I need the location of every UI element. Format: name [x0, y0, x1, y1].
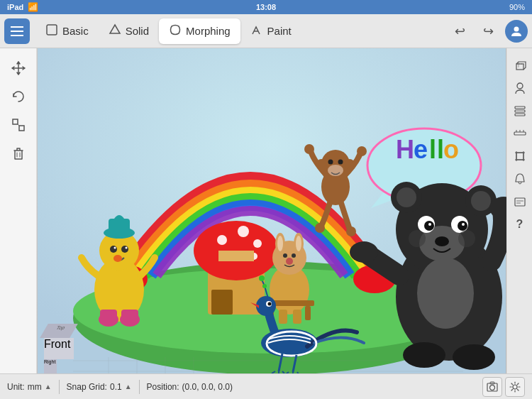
snap-value: 0.1	[110, 382, 122, 392]
svg-point-93	[256, 296, 276, 316]
user-avatar[interactable]	[505, 20, 528, 43]
svg-rect-116	[516, 200, 523, 202]
rotate-tool[interactable]	[6, 84, 31, 109]
cube-right-face: Right	[44, 359, 57, 373]
svg-point-64	[114, 247, 116, 249]
position-value: (0.0, 0.0, 0.0)	[182, 382, 233, 392]
unit-label: Unit:	[7, 382, 25, 392]
svg-rect-105	[515, 114, 525, 116]
svg-point-31	[296, 236, 301, 251]
tab-paint[interactable]: Paint	[240, 18, 301, 44]
paint-icon	[250, 23, 263, 39]
scale-tool[interactable]	[6, 112, 31, 138]
svg-rect-69	[100, 310, 117, 322]
svg-point-95	[268, 302, 272, 306]
svg-point-119	[490, 385, 495, 390]
tab-basic-label: Basic	[62, 25, 89, 37]
svg-point-50	[346, 226, 356, 236]
capture-button[interactable]	[482, 377, 502, 397]
help-button[interactable]: ?	[510, 214, 530, 234]
svg-text:l: l	[429, 135, 436, 164]
orientation-cube: Top Front Right	[44, 324, 87, 366]
svg-point-43	[328, 160, 333, 165]
svg-rect-25	[218, 251, 254, 261]
svg-point-66	[113, 255, 122, 262]
hamburger-button[interactable]	[4, 18, 30, 44]
notification-button[interactable]	[510, 169, 530, 189]
svg-point-91	[417, 258, 474, 329]
svg-rect-103	[515, 106, 525, 109]
svg-text:o: o	[443, 135, 459, 164]
svg-point-22	[253, 239, 262, 248]
svg-point-81	[458, 221, 467, 231]
snap-label: Snap Grid:	[67, 382, 107, 392]
svg-point-89	[403, 342, 445, 368]
svg-point-32	[283, 253, 287, 258]
redo-button[interactable]: ↪	[477, 20, 499, 43]
svg-point-47	[304, 144, 314, 154]
svg-point-80	[424, 221, 434, 231]
unit-value: mm	[28, 382, 42, 392]
svg-rect-36	[293, 310, 301, 324]
svg-point-33	[292, 253, 296, 258]
measure-button[interactable]	[510, 124, 530, 143]
svg-marker-1	[110, 25, 120, 33]
delete-tool[interactable]	[6, 141, 31, 166]
storage-button[interactable]	[510, 192, 530, 212]
objects-button[interactable]	[510, 78, 530, 98]
tab-basic[interactable]: Basic	[35, 18, 99, 44]
layers-button[interactable]	[510, 101, 530, 121]
move-tool[interactable]	[6, 55, 31, 81]
right-toolbar: ?	[506, 48, 532, 373]
svg-point-85	[409, 230, 426, 247]
ipad-label: iPad	[7, 3, 23, 11]
tab-solid[interactable]: Solid	[99, 18, 159, 44]
svg-point-20	[217, 235, 227, 245]
svg-point-102	[517, 83, 523, 89]
svg-rect-106	[514, 132, 526, 135]
svg-point-30	[277, 236, 283, 251]
svg-rect-101	[516, 64, 523, 70]
svg-point-76	[471, 191, 491, 211]
svg-point-86	[458, 230, 475, 247]
view-cube-button[interactable]	[510, 55, 530, 75]
tab-solid-label: Solid	[126, 25, 149, 37]
canvas-area[interactable]: H e l l o	[37, 48, 506, 373]
svg-point-87	[350, 241, 378, 263]
svg-point-2	[514, 26, 519, 31]
svg-rect-35	[279, 310, 287, 324]
morphing-icon	[169, 23, 182, 39]
svg-rect-104	[515, 110, 525, 112]
cube-front-face: Front	[44, 338, 74, 359]
svg-point-121	[513, 385, 517, 389]
svg-point-49	[315, 223, 325, 233]
main-area: H e l l o	[0, 48, 532, 373]
tab-paint-label: Paint	[267, 25, 292, 37]
scene-background: H e l l o	[37, 48, 506, 373]
svg-point-44	[338, 160, 343, 165]
svg-point-21	[238, 226, 249, 237]
svg-point-82	[428, 223, 431, 226]
position-label: Position:	[147, 382, 179, 392]
scene-svg: H e l l o	[37, 48, 506, 373]
left-toolbar	[0, 48, 37, 373]
svg-rect-0	[47, 25, 57, 35]
tab-morphing[interactable]: Morphing	[159, 18, 240, 44]
svg-rect-115	[515, 198, 525, 206]
undo-button[interactable]: ↩	[448, 20, 471, 43]
svg-point-74	[397, 187, 416, 207]
svg-point-34	[286, 258, 293, 265]
separator-2	[139, 380, 140, 394]
svg-point-65	[126, 247, 128, 249]
crop-button[interactable]	[510, 146, 530, 166]
svg-rect-17	[211, 290, 233, 315]
svg-rect-3	[13, 119, 18, 124]
snap-up-arrow[interactable]: ▲	[125, 383, 132, 390]
tab-morphing-label: Morphing	[186, 25, 231, 37]
svg-rect-4	[19, 126, 24, 131]
settings-button[interactable]	[505, 377, 525, 397]
svg-point-97	[262, 284, 267, 288]
svg-point-84	[435, 236, 449, 246]
unit-up-arrow[interactable]: ▲	[45, 383, 52, 390]
svg-rect-117	[516, 202, 521, 204]
